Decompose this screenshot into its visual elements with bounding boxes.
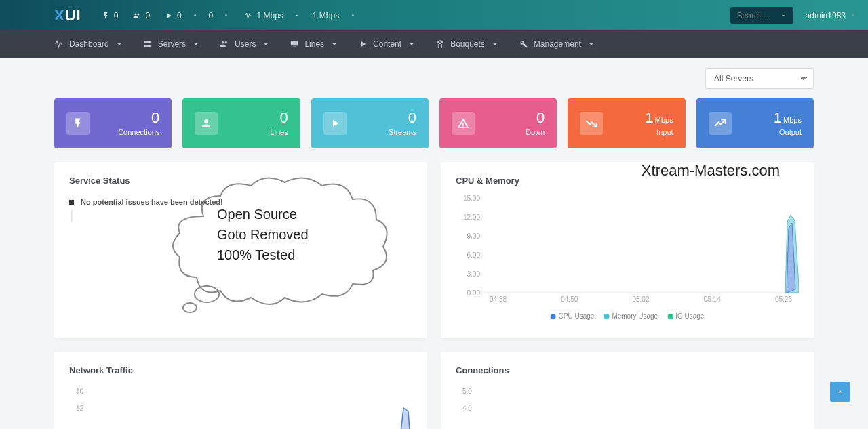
y-tick: 0.00 — [467, 289, 480, 297]
x-tick: 05:02 — [632, 295, 649, 305]
activity-icon — [244, 12, 252, 20]
pulse-icon — [54, 39, 64, 49]
x-tick: 05:26 — [775, 295, 792, 305]
card-unit: Mbps — [783, 116, 802, 124]
logo-ui: UI — [65, 7, 81, 24]
server-select[interactable]: All Servers — [705, 68, 814, 89]
legend-memory: Memory Usage — [604, 312, 658, 320]
chart-spike-icon — [785, 215, 799, 293]
users-icon — [220, 39, 229, 49]
nav-dashboard[interactable]: Dashboard — [54, 39, 124, 49]
stat-bolt[interactable]: 0 — [102, 11, 119, 20]
card-value: 0 — [484, 110, 545, 125]
stat-down-val: 0 — [208, 11, 213, 20]
chevron-down-icon — [261, 39, 271, 49]
connections-y-axis: 5.0 4.0 — [456, 388, 799, 412]
y-tick: 5.0 — [462, 388, 799, 395]
card-label: Down — [484, 128, 545, 136]
x-tick: 04:38 — [490, 295, 507, 305]
arrow-down-icon — [192, 12, 198, 18]
trend-up-icon — [714, 117, 726, 129]
topbar: XUI 0 0 0 0 1 Mbps 1 Mbps admin1983 — [0, 0, 868, 30]
card-streams[interactable]: 0Streams — [311, 98, 429, 148]
nav-lines[interactable]: Lines — [290, 39, 339, 49]
chevron-down-icon — [407, 39, 416, 49]
card-label: Connections — [99, 128, 159, 136]
monitor-icon — [290, 39, 299, 49]
nav-label: Content — [373, 39, 401, 49]
server-filter: All Servers — [54, 68, 814, 89]
server-icon — [143, 39, 153, 49]
cloud-line-3: 100% Tested — [217, 245, 309, 265]
card-value: 1 — [646, 109, 654, 126]
user-name: admin1983 — [806, 11, 846, 20]
user-icon — [200, 117, 212, 129]
card-output[interactable]: 1MbpsOutput — [696, 98, 814, 148]
y-tick: 9.00 — [467, 232, 480, 240]
chart-legend: CPU Usage Memory Usage IO Usage — [551, 312, 705, 320]
nav-label: Users — [235, 39, 256, 49]
status-dot-icon — [69, 200, 74, 205]
nav-management[interactable]: Management — [519, 39, 596, 49]
wrench-icon — [519, 39, 528, 49]
bolt-icon — [72, 117, 84, 129]
card-down[interactable]: 0Down — [439, 98, 557, 148]
nav-label: Management — [534, 39, 581, 49]
stat-bandwidth[interactable]: 1 Mbps 1 Mbps — [244, 11, 355, 20]
nav-servers[interactable]: Servers — [143, 39, 201, 49]
flower-icon — [435, 39, 445, 49]
watermark-text: Xtream-Masters.com — [642, 162, 780, 180]
stat-up-rate: 1 Mbps — [256, 11, 283, 20]
card-input[interactable]: 1MbpsInput — [568, 98, 685, 148]
play-icon — [329, 117, 341, 129]
chevron-down-icon — [850, 12, 856, 18]
user-menu[interactable]: admin1983 — [806, 11, 856, 20]
chart-plot-area — [483, 198, 799, 293]
stat-play[interactable]: 0 0 — [165, 11, 229, 20]
legend-label: CPU Usage — [559, 312, 595, 320]
stat-cards: 0Connections 0Lines 0Streams 0Down 1Mbps… — [54, 98, 814, 148]
logo[interactable]: XUI — [54, 7, 81, 24]
y-tick: 12 — [76, 405, 412, 412]
card-connections[interactable]: 0Connections — [54, 98, 172, 148]
card-lines[interactable]: 0Lines — [182, 98, 300, 148]
nav-content[interactable]: Content — [358, 39, 416, 49]
chevron-down-icon — [330, 39, 339, 49]
nav-users[interactable]: Users — [220, 39, 271, 49]
stat-users[interactable]: 0 — [133, 11, 150, 20]
y-tick: 3.00 — [467, 270, 480, 278]
navbar: Dashboard Servers Users Lines Content Bo… — [0, 30, 868, 58]
bolt-icon — [102, 12, 110, 20]
network-spike-icon — [393, 405, 414, 429]
chart-x-axis: 04:38 04:50 05:02 05:14 05:26 — [483, 295, 799, 305]
warning-icon — [457, 117, 469, 129]
scroll-top-button[interactable] — [830, 382, 850, 402]
panel-service-status: Service Status No potential issues have … — [54, 162, 427, 338]
nav-label: Servers — [158, 39, 186, 49]
chevron-down-icon — [490, 39, 500, 49]
card-value: 0 — [99, 110, 159, 125]
svg-point-1 — [183, 303, 197, 312]
nav-label: Dashboard — [69, 39, 109, 49]
stat-bolt-val: 0 — [114, 11, 119, 20]
search-input[interactable] — [737, 11, 774, 20]
chevron-down-icon — [587, 39, 596, 49]
search-box[interactable] — [730, 7, 793, 24]
panel-title: Network Traffic — [69, 365, 412, 375]
y-tick: 12.00 — [463, 213, 480, 221]
card-value: 0 — [227, 110, 288, 125]
legend-dot-icon — [667, 314, 673, 319]
annotation-cloud: Open Source Goto Removed 100% Tested — [142, 176, 400, 318]
card-label: Lines — [227, 128, 288, 136]
nav-label: Bouquets — [450, 39, 485, 49]
cloud-line-1: Open Source — [217, 204, 309, 224]
nav-bouquets[interactable]: Bouquets — [435, 39, 500, 49]
panel-connections: Connections 5.0 4.0 — [441, 352, 814, 429]
status-bar — [71, 210, 73, 222]
y-tick: 4.0 — [462, 405, 799, 412]
stat-down-rate: 1 Mbps — [313, 11, 339, 20]
chevron-down-icon — [191, 39, 201, 49]
legend-label: Memory Usage — [612, 312, 658, 320]
play-icon — [358, 39, 368, 49]
legend-cpu: CPU Usage — [551, 312, 595, 320]
